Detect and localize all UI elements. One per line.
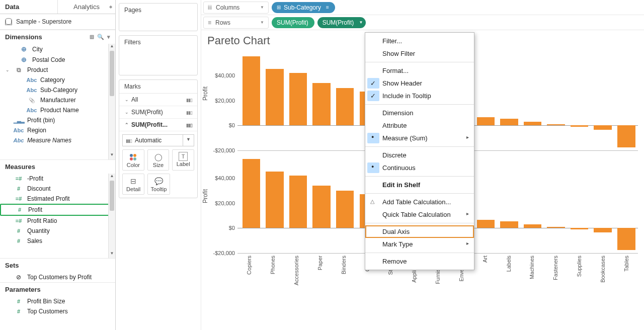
bar-phones[interactable] [263, 153, 287, 253]
field-city[interactable]: City [0, 44, 115, 54]
scroll-up-icon[interactable]: ▲ [109, 174, 115, 181]
bar-labels[interactable] [498, 50, 521, 150]
menu-marktype[interactable]: Mark Type [365, 238, 474, 251]
marks-all[interactable]: ⌄All [119, 94, 197, 106]
bar-paper[interactable] [310, 153, 334, 253]
menu-filter[interactable]: Filter... [365, 35, 474, 47]
scroll-down-icon[interactable]: ▼ [109, 152, 115, 159]
menu-tooltip[interactable]: ✓Include in Tooltip [365, 90, 474, 102]
field-region[interactable]: AbcRegion [0, 125, 115, 135]
dimensions-tools[interactable]: ⊞ 🔍 ▾ [90, 34, 110, 40]
field-postal[interactable]: Postal Code [0, 54, 115, 65]
bar-paper[interactable] [310, 50, 334, 150]
pill-sumprofit-2[interactable]: SUM(Profit) ▼ [317, 17, 366, 28]
menu-editshelf[interactable]: Edit in Shelf [365, 179, 474, 191]
menu-discrete[interactable]: Discrete [365, 149, 474, 161]
columns-shelf[interactable]: iii Columns ▼ ⊞ Sub-Category ≡ [201, 0, 644, 15]
pill-subcategory[interactable]: ⊞ Sub-Category ≡ [272, 2, 335, 13]
field-measurenames[interactable]: AbcMeasure Names [0, 135, 115, 145]
bar-tables[interactable] [615, 153, 638, 253]
field-manufacturer[interactable]: Manufacturer [0, 95, 115, 105]
menu-continuous[interactable]: ●Continuous [365, 161, 474, 174]
dropdown-icon[interactable]: ▼ [183, 134, 194, 146]
bar-machines[interactable] [521, 153, 544, 253]
bar-supplies[interactable] [568, 153, 591, 253]
menu-attribute[interactable]: Attribute [365, 119, 474, 132]
bar-supplies[interactable] [568, 50, 591, 150]
pill-context-menu[interactable]: Filter... Show Filter Format... ✓Show He… [365, 32, 474, 270]
scroll-up-icon[interactable]: ▲ [109, 44, 115, 51]
field-negprofit[interactable]: =#-Profit [0, 174, 115, 184]
detail-icon: ⊟ [123, 176, 144, 186]
mark-label[interactable]: TLabel [172, 149, 194, 171]
scroll-down-icon[interactable]: ▼ [109, 251, 115, 258]
field-sales[interactable]: #Sales [0, 236, 115, 246]
mark-detail[interactable]: ⊟Detail [122, 174, 144, 195]
search-icon[interactable]: 🔍 [97, 34, 104, 40]
bar-bookcases[interactable] [591, 50, 615, 150]
marks-sum1[interactable]: ⌄SUM(Profit) [119, 106, 197, 119]
field-estprofit[interactable]: =#Estimated Profit [0, 194, 115, 204]
menu-dropdown-icon[interactable]: ▾ [107, 34, 110, 40]
tab-analytics[interactable]: Analytics [57, 0, 115, 14]
menu-remove[interactable]: Remove [365, 255, 474, 268]
menu-addcalc[interactable]: Add Table Calculation... [365, 196, 474, 208]
menu-dualaxis[interactable]: Dual Axis [365, 225, 474, 238]
field-profitratio[interactable]: =#Profit Ratio [0, 216, 115, 226]
menu-dimension[interactable]: Dimension [365, 107, 474, 119]
mark-size[interactable]: ◯Size [147, 149, 170, 171]
field-category[interactable]: AbcCategory [0, 75, 115, 85]
menu-quickcalc[interactable]: Quick Table Calculation [365, 208, 474, 221]
menu-measure[interactable]: ●Measure (Sum) [365, 132, 474, 144]
menu-showheader[interactable]: ✓Show Header [365, 77, 474, 90]
rows-shelf[interactable]: ≡ Rows ▼ SUM(Profit) SUM(Profit) ▼ [201, 15, 644, 30]
scrollbar[interactable]: ▲ ▼ [108, 44, 115, 159]
datasource-row[interactable]: Sample - Superstore [0, 14, 115, 30]
field-quantity[interactable]: #Quantity [0, 226, 115, 236]
bar-bookcases[interactable] [591, 153, 615, 253]
bar-copiers[interactable] [239, 50, 263, 150]
scrollbar[interactable]: ▲ ▼ [108, 174, 115, 258]
dropdown-icon[interactable]: ▼ [260, 20, 264, 25]
menu-showfilter[interactable]: Show Filter [365, 47, 474, 60]
field-discount[interactable]: #Discount [0, 184, 115, 194]
bar-labels[interactable] [498, 153, 521, 253]
field-profitbin[interactable]: Profit (bin) [0, 115, 115, 125]
scroll-thumb[interactable] [110, 181, 114, 211]
dropdown-icon[interactable]: ▼ [260, 5, 264, 10]
bar-binders[interactable] [333, 50, 357, 150]
mark-tooltip[interactable]: 💬Tooltip [147, 174, 170, 195]
bar-fasteners[interactable] [544, 50, 568, 150]
bar-copiers[interactable] [239, 153, 263, 253]
field-topcust-set[interactable]: Top Customers by Profit [0, 272, 115, 282]
field-productname[interactable]: AbcProduct Name [0, 105, 115, 115]
folder-product[interactable]: ⌄Product [0, 65, 115, 75]
field-profit[interactable]: #Profit [0, 204, 115, 216]
mark-color[interactable]: Color [122, 149, 144, 171]
view-grid-icon[interactable]: ⊞ [90, 34, 94, 40]
filters-card[interactable]: Filters [119, 35, 198, 75]
pill-sumprofit-1[interactable]: SUM(Profit) [272, 17, 314, 28]
field-topcust-param[interactable]: #Top Customers [0, 306, 115, 316]
bar-phones[interactable] [263, 50, 287, 150]
marks-sum2[interactable]: ⌃SUM(Profit... [119, 119, 197, 131]
bar-tables[interactable] [615, 50, 638, 150]
scroll-thumb[interactable] [110, 51, 114, 96]
bar-fasteners[interactable] [544, 153, 568, 253]
tab-data[interactable]: Data [0, 0, 57, 14]
sets-title: Sets [5, 262, 19, 269]
bar-binders[interactable] [333, 153, 357, 253]
menu-format[interactable]: Format... [365, 64, 474, 77]
field-subcategory[interactable]: AbcSub-Category [0, 85, 115, 95]
field-profitbinsize[interactable]: #Profit Bin Size [0, 296, 115, 306]
pages-card[interactable]: Pages [119, 3, 198, 31]
bar-art[interactable] [474, 153, 498, 253]
bar-accessories[interactable] [286, 153, 310, 253]
bar-accessories[interactable] [286, 50, 310, 150]
mark-type-select[interactable]: Automatic ▼ [122, 134, 194, 146]
rows-label[interactable]: ≡ Rows ▼ [203, 17, 269, 29]
bar-machines[interactable] [521, 50, 544, 150]
tooltip-icon: 💬 [148, 176, 169, 186]
bar-art[interactable] [474, 50, 498, 150]
columns-label[interactable]: iii Columns ▼ [203, 2, 269, 14]
